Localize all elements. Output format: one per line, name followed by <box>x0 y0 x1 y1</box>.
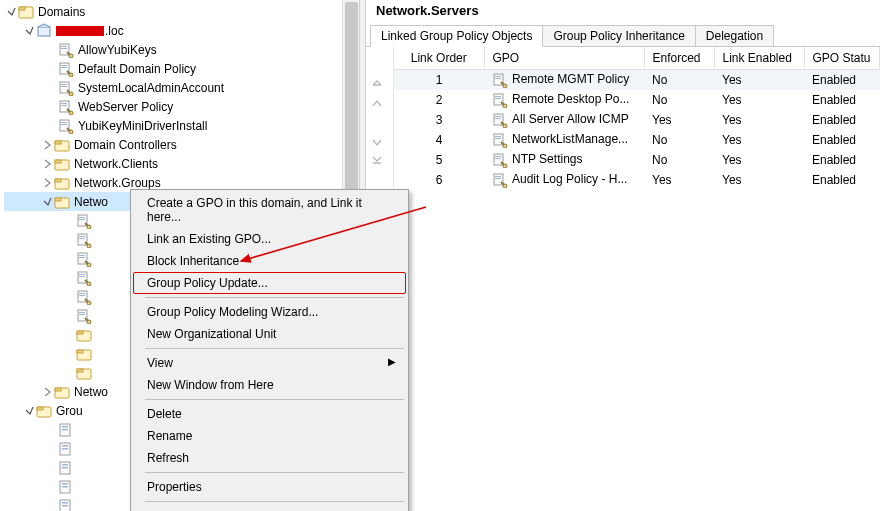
tab-linked-gpo[interactable]: Linked Group Policy Objects <box>370 25 543 47</box>
svg-rect-88 <box>495 96 501 97</box>
cell-order: 5 <box>394 150 484 170</box>
svg-rect-66 <box>62 426 68 428</box>
gpo-link-icon <box>76 308 92 324</box>
cell-status: Enabled <box>804 70 880 91</box>
collapse-icon[interactable] <box>4 5 18 19</box>
menu-item[interactable]: Rename <box>133 425 406 447</box>
svg-point-90 <box>503 104 507 108</box>
svg-rect-104 <box>495 176 501 177</box>
ou-icon <box>54 194 70 210</box>
gpo-link-icon <box>76 289 92 305</box>
svg-rect-17 <box>61 105 67 106</box>
move-bottom-button[interactable] <box>366 151 388 169</box>
cell-link-enabled: Yes <box>714 150 804 170</box>
move-top-button[interactable] <box>366 77 388 95</box>
expand-icon[interactable] <box>40 157 54 171</box>
svg-point-86 <box>503 84 507 88</box>
menu-item[interactable]: Delete <box>133 403 406 425</box>
tree-label: AllowYubiKeys <box>78 43 157 57</box>
cell-status: Enabled <box>804 90 880 110</box>
svg-rect-93 <box>495 118 501 119</box>
ou-icon <box>76 327 92 343</box>
table-row[interactable]: 1 Remote MGMT Policy No Yes Enabled <box>394 70 880 91</box>
tree-node-gpo-link[interactable]: WebServer Policy <box>4 97 342 116</box>
svg-point-6 <box>69 54 73 58</box>
tree-node-gpo-link[interactable]: AllowYubiKeys <box>4 40 342 59</box>
collapse-icon[interactable] <box>22 404 36 418</box>
svg-rect-78 <box>62 502 68 504</box>
svg-rect-89 <box>495 98 501 99</box>
svg-rect-76 <box>62 486 68 488</box>
menu-item[interactable]: Link an Existing GPO... <box>133 228 406 250</box>
ou-icon <box>76 365 92 381</box>
svg-rect-1 <box>19 7 25 10</box>
gpo-icon <box>58 460 74 476</box>
svg-point-10 <box>69 73 73 77</box>
ou-icon <box>76 346 92 362</box>
domain-icon <box>36 23 52 39</box>
tree-label: Network.Groups <box>74 176 161 190</box>
menu-item[interactable]: New Organizational Unit <box>133 323 406 345</box>
menu-item[interactable]: View▶ <box>133 352 406 374</box>
expand-icon[interactable] <box>40 138 54 152</box>
tab-gp-inheritance[interactable]: Group Policy Inheritance <box>542 25 695 46</box>
table-row[interactable]: 4 NetworkListManage... No Yes Enabled <box>394 130 880 150</box>
gpo-link-icon <box>58 61 74 77</box>
svg-rect-72 <box>62 464 68 466</box>
col-gpo-status[interactable]: GPO Statu <box>804 47 880 70</box>
tree-node-ou[interactable]: Network.Clients <box>4 154 342 173</box>
ou-icon <box>54 137 70 153</box>
menu-item[interactable]: Block Inheritance <box>133 250 406 272</box>
menu-item[interactable]: Group Policy Modeling Wizard... <box>133 301 406 323</box>
tree-label: WebServer Policy <box>78 100 173 114</box>
tree-node-gpo-link[interactable]: SystemLocalAdminAccount <box>4 78 342 97</box>
menu-item[interactable]: New Window from Here <box>133 374 406 396</box>
col-enforced[interactable]: Enforced <box>644 47 714 70</box>
svg-point-22 <box>69 130 73 134</box>
svg-rect-16 <box>61 103 67 104</box>
cell-gpo: NetworkListManage... <box>484 130 644 150</box>
table-row[interactable]: 3 All Server Allow ICMP Yes Yes Enabled <box>394 110 880 130</box>
svg-rect-92 <box>495 116 501 117</box>
tree-node-gpo-link[interactable]: Default Domain Policy <box>4 59 342 78</box>
menu-item[interactable]: Group Policy Update... <box>133 272 406 294</box>
collapse-icon[interactable] <box>40 195 54 209</box>
move-down-button[interactable] <box>366 133 388 151</box>
col-gpo[interactable]: GPO <box>484 47 644 70</box>
move-up-button[interactable] <box>366 95 388 113</box>
svg-rect-20 <box>61 122 67 123</box>
tree-node-domains[interactable]: Domains <box>4 2 342 21</box>
tree-label: Network.Clients <box>74 157 158 171</box>
tree-label: Grou <box>56 404 83 418</box>
svg-rect-24 <box>55 141 61 144</box>
tree-node-ou[interactable]: Domain Controllers <box>4 135 342 154</box>
svg-rect-2 <box>38 27 50 36</box>
svg-rect-70 <box>62 448 68 450</box>
svg-rect-33 <box>79 219 85 220</box>
svg-rect-8 <box>61 65 67 66</box>
menu-item[interactable]: Create a GPO in this domain, and Link it… <box>133 192 406 228</box>
cell-enforced: No <box>644 70 714 91</box>
tree-node-domain[interactable]: .loc <box>4 21 342 40</box>
table-row[interactable]: 6 Audit Log Policy - H... Yes Yes Enable… <box>394 170 880 190</box>
gpo-link-icon <box>76 251 92 267</box>
col-link-enabled[interactable]: Link Enabled <box>714 47 804 70</box>
svg-rect-13 <box>61 86 67 87</box>
linked-gpo-table[interactable]: Link Order GPO Enforced Link Enabled GPO… <box>394 47 880 190</box>
tree-node-gpo-link[interactable]: YubiKeyMiniDriverInstall <box>4 116 342 135</box>
table-row[interactable]: 2 Remote Desktop Po... No Yes Enabled <box>394 90 880 110</box>
collapse-icon[interactable] <box>22 24 36 38</box>
menu-item[interactable]: Help <box>133 505 406 511</box>
menu-item[interactable]: Refresh <box>133 447 406 469</box>
expand-icon[interactable] <box>40 385 54 399</box>
gpo-link-icon <box>58 99 74 115</box>
table-row[interactable]: 5 NTP Settings No Yes Enabled <box>394 150 880 170</box>
context-menu[interactable]: Create a GPO in this domain, and Link it… <box>130 189 409 511</box>
tab-delegation[interactable]: Delegation <box>695 25 774 46</box>
menu-item[interactable]: Properties <box>133 476 406 498</box>
expand-icon[interactable] <box>40 176 54 190</box>
cell-status: Enabled <box>804 170 880 190</box>
svg-rect-85 <box>495 78 501 79</box>
svg-rect-73 <box>62 467 68 469</box>
col-link-order[interactable]: Link Order <box>394 47 484 70</box>
